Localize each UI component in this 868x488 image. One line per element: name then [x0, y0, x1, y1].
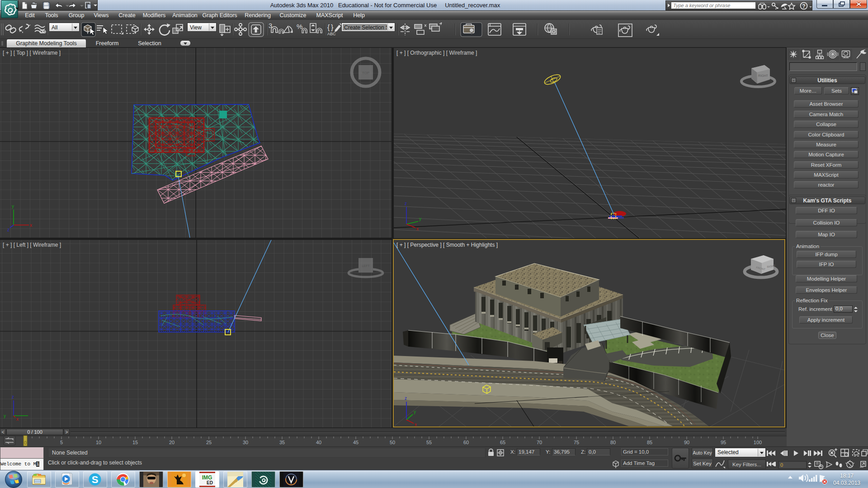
svg-text:85: 85	[647, 440, 652, 445]
svg-text:60: 60	[463, 440, 469, 445]
svg-text:10: 10	[96, 440, 101, 445]
svg-text:x: x	[16, 417, 19, 422]
svg-text:TOP: TOP	[362, 71, 369, 75]
svg-text:90: 90	[684, 440, 689, 445]
svg-text:95: 95	[721, 440, 726, 445]
svg-text:55: 55	[426, 440, 432, 445]
svg-text:35: 35	[279, 440, 285, 445]
svg-text:z: z	[405, 396, 407, 401]
svg-text:IMG: IMG	[202, 474, 212, 481]
svg-text:{: {	[327, 23, 330, 31]
svg-text:z: z	[7, 227, 9, 232]
svg-text:?: ?	[802, 3, 805, 9]
svg-text:75: 75	[574, 440, 579, 445]
svg-text:ED: ED	[207, 480, 213, 485]
svg-text:5: 5	[60, 440, 63, 445]
svg-text:LEFT: LEFT	[362, 264, 370, 267]
svg-text:ABC: ABC	[327, 32, 336, 36]
svg-text:40: 40	[316, 440, 321, 445]
svg-text:y: y	[419, 216, 421, 221]
svg-text:z: z	[12, 394, 14, 399]
svg-text:0: 0	[24, 441, 27, 446]
svg-text:0: 0	[780, 462, 783, 468]
svg-text:45: 45	[353, 440, 359, 445]
svg-text:x: x	[415, 422, 417, 427]
svg-text:20: 20	[169, 440, 175, 445]
svg-text:y: y	[12, 204, 14, 209]
svg-text:y: y	[414, 409, 416, 414]
svg-text:80: 80	[610, 440, 616, 445]
svg-text:z: z	[405, 201, 407, 206]
svg-text:y: y	[4, 413, 6, 418]
svg-text:%: %	[297, 23, 302, 30]
svg-text:RIGHT: RIGHT	[758, 74, 769, 77]
svg-text:65: 65	[500, 440, 505, 445]
svg-text:x: x	[30, 223, 32, 228]
svg-text:30: 30	[243, 440, 248, 445]
svg-text:}: }	[331, 23, 334, 31]
svg-text:50: 50	[390, 440, 395, 445]
svg-text:25: 25	[206, 440, 212, 445]
svg-text:70: 70	[537, 440, 542, 445]
svg-text:100: 100	[754, 440, 762, 445]
svg-text:S: S	[92, 474, 99, 485]
svg-text:15: 15	[132, 440, 138, 445]
svg-text:x: x	[416, 226, 419, 231]
